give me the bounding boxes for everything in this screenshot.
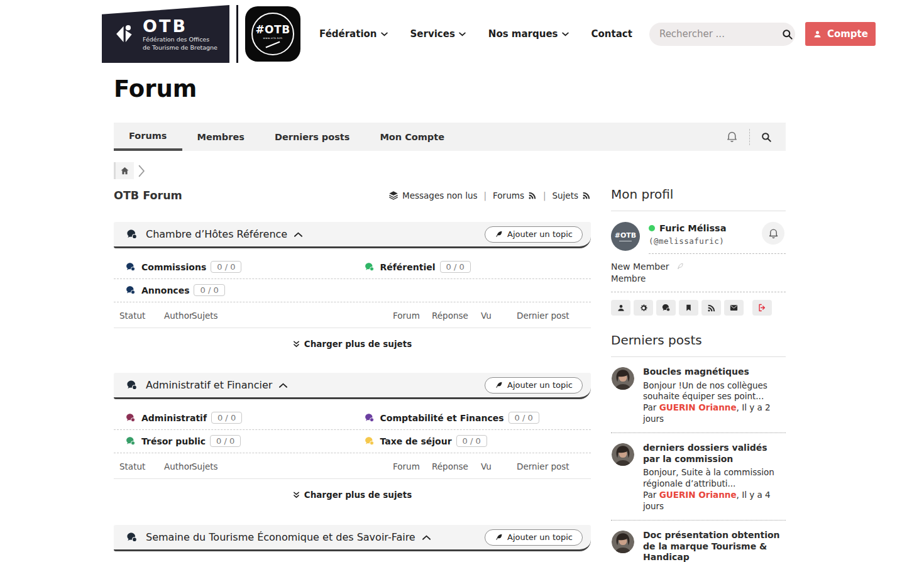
comments-icon [126,228,138,240]
add-topic-button[interactable]: Ajouter un topic [485,226,583,243]
chevron-up-icon [294,232,302,237]
quill-icon [676,262,685,271]
divider [611,292,786,292]
notifications-bell-icon[interactable] [725,130,739,143]
latest-post-item: Boucles magnétiques Bonjour !Un de nos c… [611,366,786,433]
site-search [649,23,795,46]
profile-bell-button[interactable] [762,222,784,245]
chevron-right-icon [138,165,145,177]
subforum-taxe-de-sejour[interactable]: Taxe de séjour 0 / 0 [353,435,591,447]
post-author-link[interactable]: GUERIN Orianne [659,490,737,500]
subforum-commissions[interactable]: Commissions 0 / 0 [114,261,353,273]
tab-membres[interactable]: Membres [182,123,260,151]
add-topic-button[interactable]: Ajouter un topic [485,529,583,546]
unread-messages-link[interactable]: Messages non lus [388,190,478,201]
rss-icon [528,191,537,200]
forum-search-icon[interactable] [761,131,772,143]
section-title: Semaine du Tourisme Économique et des Sa… [146,531,415,543]
search-icon[interactable] [781,28,793,40]
badge-swoosh [265,41,280,48]
layers-icon [388,190,399,201]
otb-logo[interactable]: OTB Fédération des Offices de Tourisme d… [102,5,229,63]
topics-table-header: Statut Author Sujets Forum Réponse Vu De… [114,302,591,328]
avatar[interactable]: #OTB [611,222,640,251]
tab-mon-compte[interactable]: Mon Compte [365,123,459,151]
load-more-topics[interactable]: Charger plus de sujets [114,479,591,510]
forum-tabbar: Forums Membres Derniers posts Mon Compte [114,123,786,151]
email-button[interactable] [724,300,744,316]
topic-post-count: 0 / 0 [211,412,242,424]
post-author-link[interactable]: GUERIN Orianne [659,402,737,412]
avatar[interactable] [611,530,635,562]
comments-icon [125,412,136,423]
profile-name[interactable]: Furic Mélissa [659,223,727,233]
subforum-annonces[interactable]: Annonces 0 / 0 [114,284,353,296]
topic-post-count: 0 / 0 [456,435,487,447]
post-title[interactable]: Doc présentation obtention de la marque … [643,530,786,562]
search-input[interactable] [659,28,781,40]
topic-post-count: 0 / 0 [440,261,471,273]
logo-subtitle-2: de Tourisme de Bretagne [143,44,217,52]
nav-contact[interactable]: Contact [591,28,632,40]
profile-user-button[interactable] [611,300,630,316]
feather-icon [495,533,503,541]
feather-icon [495,230,503,238]
rss-button[interactable] [701,300,721,316]
hashtag-otb-badge[interactable]: #OTB www.otb.bzh [245,6,300,62]
subforum-administratif[interactable]: Administratif 0 / 0 [114,412,353,424]
subforum-referentiel[interactable]: Référentiel 0 / 0 [353,261,591,273]
load-more-topics[interactable]: Charger plus de sujets [114,328,591,359]
add-topic-button[interactable]: Ajouter un topic [485,377,583,394]
avatar[interactable] [611,443,635,512]
profile-rank: New Member [611,262,669,272]
breadcrumb-home[interactable] [114,162,134,179]
nav-federation[interactable]: Fédération [319,28,388,40]
section-title: Administratif et Financier [146,379,272,391]
messages-button[interactable] [656,300,676,316]
tab-forums[interactable]: Forums [114,123,182,151]
logout-button[interactable] [752,300,772,316]
subforum-comptabilite[interactable]: Comptabilité et Finances 0 / 0 [353,412,591,424]
section-header-administratif[interactable]: Administratif et Financier Ajouter un to… [114,373,591,399]
section-header-semaine-tourisme[interactable]: Semaine du Tourisme Économique et des Sa… [114,525,591,551]
comments-icon [125,436,136,446]
nav-nos-marques[interactable]: Nos marques [488,28,569,40]
account-button[interactable]: Compte [805,22,876,46]
avatar[interactable] [611,366,635,425]
sujets-rss-link[interactable]: Sujets [552,190,591,201]
settings-gear-button[interactable] [634,300,653,316]
forum-section: Semaine du Tourisme Économique et des Sa… [114,525,591,551]
post-title[interactable]: Boucles magnétiques [643,366,786,378]
comments-icon [364,262,375,272]
site-header: OTB Fédération des Offices de Tourisme d… [102,4,876,64]
topic-post-count: 0 / 0 [194,284,224,296]
topic-post-count: 0 / 0 [210,435,241,447]
subforum-tresor-public[interactable]: Trésor public 0 / 0 [114,435,353,447]
chevron-up-icon [279,383,287,388]
profile-role: Membre [611,273,786,284]
forum-section: Chambre d’Hôtes Référence Ajouter un top… [114,222,591,359]
topics-table-header: Statut Author Sujets Forum Réponse Vu De… [114,453,591,479]
logo-subtitle-1: Fédération des Offices [143,36,217,43]
chevron-down-icon [459,32,466,36]
chevron-up-icon [422,535,431,540]
nav-services[interactable]: Services [410,28,466,40]
bookmark-button[interactable] [679,300,698,316]
comments-icon [126,531,138,543]
forum-main: OTB Forum Messages non lus | Forums | Su… [114,187,591,551]
account-label: Compte [827,28,868,40]
topic-post-count: 0 / 0 [211,261,241,273]
section-header-chambre[interactable]: Chambre d’Hôtes Référence Ajouter un top… [114,222,591,248]
badge-text: #OTB [255,23,290,36]
logo-divider [236,5,238,63]
post-title[interactable]: derniers dossiers validés par la commiss… [643,443,786,465]
otb-diamond-icon [114,23,136,45]
forums-rss-link[interactable]: Forums [493,190,537,201]
section-title: Chambre d’Hôtes Référence [146,228,287,240]
forum-section: Administratif et Financier Ajouter un to… [114,373,591,510]
latest-post-item: Doc présentation obtention de la marque … [611,530,786,562]
tabbar-divider [749,129,750,145]
user-icon [813,30,822,39]
chevron-down-icon [381,32,388,36]
tab-derniers-posts[interactable]: Derniers posts [260,123,365,151]
